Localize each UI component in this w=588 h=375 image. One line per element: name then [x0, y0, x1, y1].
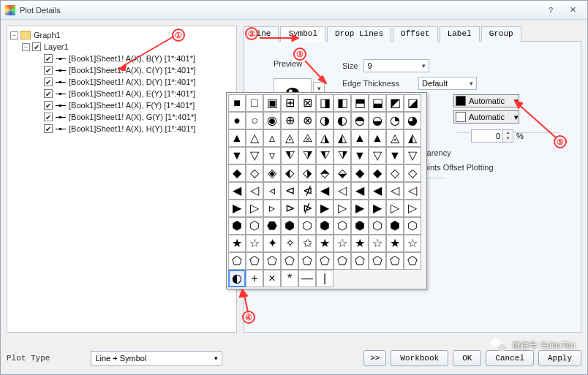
transparency-input[interactable]: 0: [471, 129, 503, 143]
gallery-symbol[interactable]: ⬠: [228, 252, 246, 270]
gallery-symbol[interactable]: ◑: [316, 112, 333, 129]
edge-color-button[interactable]: Automatic ▾: [453, 110, 519, 124]
gallery-symbol[interactable]: —: [298, 270, 316, 287]
ok-button[interactable]: OK: [453, 350, 481, 366]
gallery-symbol[interactable]: ⬣: [263, 217, 281, 235]
gallery-symbol[interactable]: ★: [386, 235, 404, 252]
gallery-symbol[interactable]: ⬗: [298, 164, 316, 182]
plot-type-dropdown[interactable]: Line + Symbol ▾: [91, 351, 222, 365]
gallery-symbol[interactable]: *: [281, 270, 298, 287]
gallery-symbol[interactable]: ⬡: [369, 217, 386, 235]
gallery-symbol[interactable]: ☆: [333, 235, 351, 252]
help-button[interactable]: ?: [540, 4, 561, 17]
gallery-symbol[interactable]: ★: [316, 235, 333, 252]
gallery-symbol[interactable]: ◁: [333, 182, 351, 200]
gallery-symbol[interactable]: ▶: [369, 200, 386, 217]
tab-label[interactable]: Label: [440, 26, 480, 42]
gallery-symbol[interactable]: ◁: [246, 182, 263, 200]
tree-plot-item[interactable]: ✔[Book1]Sheet1! A(X), F(Y) [1*:401*]: [10, 99, 233, 111]
gallery-symbol[interactable]: ☆: [369, 235, 386, 252]
gallery-symbol[interactable]: ⬢: [228, 217, 246, 235]
gallery-symbol[interactable]: ⬢: [386, 217, 404, 235]
checkbox-icon[interactable]: ✔: [44, 101, 53, 110]
gallery-symbol[interactable]: ◆: [351, 164, 369, 182]
gallery-symbol[interactable]: ▵: [263, 129, 281, 147]
collapse-icon[interactable]: −: [10, 31, 18, 39]
gallery-symbol[interactable]: ⧨: [281, 147, 298, 164]
gallery-symbol[interactable]: ●: [228, 112, 246, 129]
gallery-symbol[interactable]: ⧨: [316, 147, 333, 164]
gallery-symbol[interactable]: ⬠: [333, 252, 351, 270]
gallery-symbol[interactable]: ◬: [281, 129, 298, 147]
tree-plot-item[interactable]: ✔[Book1]Sheet1! A(X), E(Y) [1*:401*]: [10, 88, 233, 99]
gallery-symbol[interactable]: ⬠: [246, 252, 263, 270]
gallery-symbol[interactable]: ▹: [263, 200, 281, 217]
gallery-symbol[interactable]: ◆: [228, 164, 246, 182]
gallery-symbol[interactable]: ▲: [351, 129, 369, 147]
gallery-symbol[interactable]: ◀: [369, 182, 386, 200]
gallery-symbol[interactable]: ▷: [246, 200, 263, 217]
gallery-symbol[interactable]: ▶: [228, 200, 246, 217]
gallery-symbol[interactable]: ◀: [228, 182, 246, 200]
edge-thickness-dropdown[interactable]: Default ▾: [418, 77, 477, 90]
gallery-symbol[interactable]: ▿: [263, 147, 281, 164]
checkbox-icon[interactable]: ✔: [44, 89, 53, 98]
gallery-symbol[interactable]: ◁: [386, 182, 404, 200]
tree-plot-item[interactable]: ✔[Book1]Sheet1! A(X), D(Y) [1*:401*]: [10, 76, 233, 88]
gallery-symbol[interactable]: ⬙: [333, 164, 351, 182]
gallery-symbol[interactable]: ▲: [369, 129, 386, 147]
gallery-symbol[interactable]: ◐: [333, 112, 351, 129]
gallery-symbol[interactable]: ◭: [333, 129, 351, 147]
gallery-symbol[interactable]: ▶: [316, 200, 333, 217]
gallery-symbol[interactable]: ⬡: [333, 217, 351, 235]
gallery-symbol[interactable]: ◭: [404, 129, 421, 147]
gallery-symbol[interactable]: ▼: [228, 147, 246, 164]
gallery-symbol[interactable]: ◇: [246, 164, 263, 182]
gallery-symbol[interactable]: ◪: [404, 94, 421, 112]
gallery-symbol[interactable]: ▽: [404, 147, 421, 164]
gallery-symbol[interactable]: ▷: [404, 200, 421, 217]
gallery-symbol[interactable]: ★: [351, 235, 369, 252]
gallery-symbol[interactable]: □: [246, 94, 263, 112]
gallery-symbol[interactable]: ▶: [351, 200, 369, 217]
gallery-symbol[interactable]: △: [246, 129, 263, 147]
gallery-symbol[interactable]: ◐: [228, 270, 246, 287]
checkbox-icon[interactable]: ✔: [32, 42, 41, 51]
gallery-symbol[interactable]: ◆: [369, 164, 386, 182]
gallery-symbol[interactable]: ×: [263, 270, 281, 287]
gallery-symbol[interactable]: ⧩: [333, 147, 351, 164]
gallery-symbol[interactable]: ⊲: [281, 182, 298, 200]
gallery-symbol[interactable]: ◇: [404, 164, 421, 182]
gallery-symbol[interactable]: ◉: [263, 112, 281, 129]
gallery-symbol[interactable]: ⬠: [316, 252, 333, 270]
gallery-symbol[interactable]: ⬘: [316, 164, 333, 182]
tab-group[interactable]: Group: [481, 26, 521, 42]
collapse-icon[interactable]: −: [22, 43, 30, 51]
gallery-symbol[interactable]: ◈: [263, 164, 281, 182]
checkbox-icon[interactable]: ✔: [44, 66, 53, 75]
gallery-symbol[interactable]: ⨻: [298, 129, 316, 147]
gallery-symbol[interactable]: ◇: [386, 164, 404, 182]
checkbox-icon[interactable]: ✔: [44, 77, 53, 86]
gallery-symbol[interactable]: ⬠: [298, 252, 316, 270]
symbol-color-button[interactable]: Automatic ▾: [453, 94, 519, 107]
gallery-symbol[interactable]: ■: [228, 94, 246, 112]
workbook-button[interactable]: Workbook: [391, 350, 448, 366]
gallery-symbol[interactable]: ◬: [386, 129, 404, 147]
gallery-symbol[interactable]: ⊳: [281, 200, 298, 217]
gallery-symbol[interactable]: ▣: [263, 94, 281, 112]
gallery-symbol[interactable]: |: [316, 270, 333, 287]
gallery-symbol[interactable]: ▽: [369, 147, 386, 164]
gallery-symbol[interactable]: ⬢: [351, 217, 369, 235]
gallery-symbol[interactable]: ⬢: [281, 217, 298, 235]
gallery-symbol[interactable]: ⊗: [298, 112, 316, 129]
gallery-symbol[interactable]: ☆: [246, 235, 263, 252]
gallery-symbol[interactable]: ◕: [404, 112, 421, 129]
gallery-symbol[interactable]: ⋫: [298, 200, 316, 217]
tab-drop-lines[interactable]: Drop Lines: [327, 26, 391, 42]
gallery-symbol[interactable]: ◒: [369, 112, 386, 129]
size-dropdown[interactable]: 9 ▾: [363, 59, 429, 72]
gallery-symbol[interactable]: ▷: [386, 200, 404, 217]
gallery-symbol[interactable]: ☆: [404, 235, 421, 252]
gallery-symbol[interactable]: ★: [228, 235, 246, 252]
